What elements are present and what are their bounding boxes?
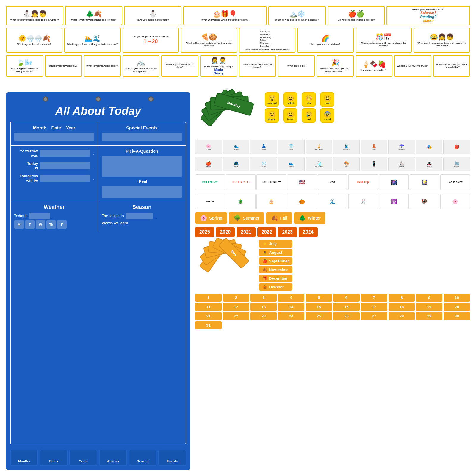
emoji-happy[interactable]: 😀 happy — [283, 108, 298, 123]
card-course[interactable]: What's your favorite course? Science? Re… — [386, 6, 470, 25]
month-september[interactable]: 🍎 September — [259, 257, 292, 265]
num-11[interactable]: 11 — [195, 303, 222, 311]
holiday-celebrate[interactable]: CELEBRATE — [226, 174, 256, 190]
card-birthday[interactable]: 🎂🎁🎈 What will you do when it's your birt… — [183, 6, 267, 25]
vocab-iceskate[interactable]: ⛸️gloves — [388, 157, 415, 171]
card-toy[interactable]: What's your favorite toy? — [45, 55, 82, 77]
season-winter[interactable]: 🌲 Winter — [294, 212, 325, 224]
num-6[interactable]: 6 — [333, 294, 360, 302]
holiday-zoo[interactable]: Zoo — [318, 174, 347, 190]
emoji-sick[interactable]: 🤒 sick — [302, 92, 316, 107]
card-winter[interactable]: ⛄👧👦 What is your favorite thing to do in… — [6, 6, 63, 25]
season-input[interactable] — [126, 213, 153, 219]
holiday-extra7[interactable]: 🕎 — [379, 194, 409, 209]
holiday-flag[interactable]: 🇺🇸 — [287, 174, 317, 190]
card-fruits[interactable]: What is your favorite fruits? — [394, 55, 431, 77]
emoji-pleasure[interactable]: 😊 pleasure — [265, 108, 279, 123]
holiday-birthday2[interactable]: 🎂 — [256, 194, 286, 209]
season-spring[interactable]: 🌸 Spring — [195, 212, 227, 224]
holiday-extra3[interactable]: LAG B'OMER — [440, 174, 470, 190]
feel-area[interactable] — [102, 186, 182, 198]
num-28[interactable]: 28 — [389, 312, 415, 320]
date-input[interactable] — [14, 133, 94, 141]
pocket-years[interactable]: Years — [69, 450, 97, 466]
month-july[interactable]: ☀️ July — [259, 240, 292, 248]
card-chores[interactable]: What chores do you do at home? — [239, 55, 276, 77]
holiday-xmas[interactable]: 🎄 — [226, 194, 256, 209]
num-29[interactable]: 29 — [416, 312, 442, 320]
emoji-scared[interactable]: 😨 scared — [320, 108, 334, 123]
month-october[interactable]: 🎃 October — [259, 283, 292, 291]
num-7[interactable]: 7 — [361, 294, 387, 302]
holiday-extra8[interactable]: 🦃 — [410, 194, 439, 209]
year-2021[interactable]: 2021 — [237, 227, 256, 237]
weather-input[interactable] — [29, 213, 50, 219]
day-th[interactable]: Th — [46, 220, 56, 229]
vocab-flower[interactable]: 🌸flower — [195, 140, 222, 154]
holiday-green[interactable]: GREEN DAY — [195, 174, 225, 190]
num-9[interactable]: 9 — [416, 294, 442, 302]
year-2024[interactable]: 2024 — [299, 227, 318, 237]
pocket-events[interactable]: Events — [158, 450, 186, 466]
holiday-psalm[interactable]: PSALM — [195, 194, 225, 209]
card-snow[interactable]: 🏔️❄️ What do you like to do when it snow… — [268, 6, 326, 25]
num-8[interactable]: 8 — [389, 294, 415, 302]
vocab-dress[interactable]: 👗dress — [250, 140, 277, 154]
pocket-weather[interactable]: Weather — [99, 450, 127, 466]
holiday-extra5[interactable]: 🌊 — [318, 194, 347, 209]
vocab-snow[interactable]: ❄️snow — [250, 157, 277, 171]
vocab-apple[interactable]: 🍎apple — [195, 157, 222, 171]
num-21[interactable]: 21 — [195, 312, 222, 320]
vocab-med[interactable]: 🩺ice skates — [306, 157, 332, 171]
card-time[interactable]: What time is it? — [278, 55, 315, 77]
card-icecream[interactable]: 🍦🍫🍓 ice cream do you like? — [356, 55, 393, 77]
card-windy[interactable]: 🍃🌬️ What happens when it is windy outsid… — [6, 55, 43, 77]
card-funniest[interactable]: 😂👧👦 What was the funniest thing that hap… — [414, 28, 470, 53]
emoji-sad[interactable]: 😢 sad — [302, 108, 316, 123]
num-25[interactable]: 25 — [306, 312, 332, 320]
vocab-shirt[interactable]: 👕shirt — [278, 140, 305, 154]
num-30[interactable]: 30 — [444, 312, 470, 320]
emoji-surprised[interactable]: 😲 surprised — [265, 92, 279, 107]
vocab-extra2[interactable]: 🎒 — [443, 140, 470, 154]
num-31[interactable]: 31 — [195, 321, 222, 329]
card-tv[interactable]: What is your favorite TV show? — [161, 55, 198, 77]
year-2025[interactable]: 2025 — [195, 227, 214, 237]
day-f[interactable]: F — [57, 220, 67, 229]
card-grow-up[interactable]: 👩‍⚕️👨‍⚕️ to be when you grow up? MariaNa… — [200, 55, 237, 77]
month-november[interactable]: 🍂 November — [259, 266, 292, 273]
num-26[interactable]: 26 — [333, 312, 360, 320]
season-summer[interactable]: 🌳 Summer — [229, 212, 264, 224]
today-input[interactable] — [40, 162, 90, 169]
pocket-season[interactable]: Season — [129, 450, 157, 466]
num-19[interactable]: 19 — [416, 303, 442, 311]
card-bike[interactable]: 🚲 Should you be careful when riding a bi… — [123, 55, 160, 77]
year-2020[interactable]: 2020 — [216, 227, 235, 237]
num-4[interactable]: 4 — [278, 294, 304, 302]
card-color[interactable]: What is your favorite color? — [84, 55, 121, 77]
num-15[interactable]: 15 — [306, 303, 332, 311]
num-10[interactable]: 10 — [444, 294, 470, 302]
vocab-umbrella[interactable]: ☂️umbrella — [388, 140, 415, 154]
holiday-extra1[interactable]: 🎆 — [379, 174, 409, 190]
card-summer[interactable]: 🏊🌊 What is your favorite thing to do in … — [64, 28, 121, 53]
tomorrow-input[interactable] — [40, 175, 90, 182]
month-august[interactable]: 🌻 August — [259, 249, 292, 256]
yesterday-input[interactable] — [40, 150, 90, 157]
year-2022[interactable]: 2022 — [257, 227, 276, 237]
vocab-coat[interactable]: 🧥coat — [223, 157, 250, 171]
num-16[interactable]: 16 — [333, 303, 360, 311]
num-3[interactable]: 3 — [250, 294, 277, 302]
vocab-tophat[interactable]: 🎩phone — [416, 157, 443, 171]
vocab-boot[interactable]: 👢boot — [361, 140, 387, 154]
num-2[interactable]: 2 — [223, 294, 249, 302]
vocab-gloves[interactable]: 🧤gloves — [443, 157, 470, 171]
card-snowman[interactable]: ⛄ Have you made a snowman? — [124, 6, 181, 25]
num-5[interactable]: 5 — [306, 294, 332, 302]
month-december[interactable]: 🎁 December — [259, 275, 292, 282]
holiday-fathers[interactable]: FATHER'S DAY — [256, 174, 286, 190]
num-24[interactable]: 24 — [278, 312, 304, 320]
pocket-dates[interactable]: Dates — [40, 450, 68, 466]
card-special-days[interactable]: 🎊📅 What special days will you celebrate … — [356, 28, 412, 53]
card-rainbow[interactable]: 🌈 Have you seen a rainbow? — [297, 28, 354, 53]
